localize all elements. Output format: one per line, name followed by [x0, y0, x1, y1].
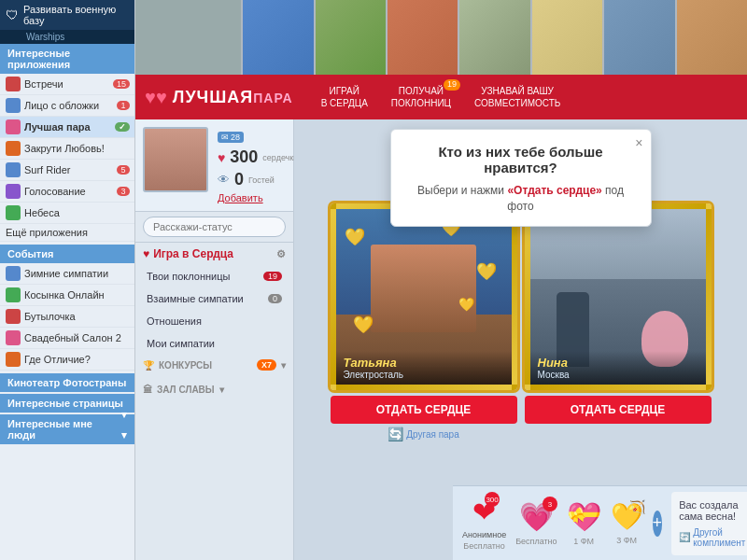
- cinema-title[interactable]: Кинотеатр Фотостраны: [0, 373, 134, 392]
- nina-city: Москва: [538, 370, 698, 380]
- nina-name: Нина: [538, 356, 698, 370]
- svad-icon: [6, 330, 21, 345]
- zakruti-icon: [6, 141, 21, 156]
- sidebar-item-golosovanie[interactable]: Голосование 3: [0, 181, 134, 203]
- game-menu-vzaimnye[interactable]: Взаимные симпатии 0: [135, 287, 293, 310]
- sidebar: 🛡 Развивать военную базу Warships Интере…: [0, 0, 135, 560]
- banner-photo-1[interactable]: [135, 0, 241, 75]
- compliment-badge-1: 3: [543, 497, 557, 511]
- profile-stats: ✉ 28 ♥ 300 сердечки 👁 0 Гостей Добавить: [218, 127, 298, 203]
- nav-item-play[interactable]: ИГРАЙ В СЕРДЦА: [321, 85, 368, 109]
- header-nav: ИГРАЙ В СЕРДЦА ПОЛУЧАЙ ПОКЛОННИЦ 19 УЗНА…: [321, 85, 561, 109]
- sidebar-item-butylochka[interactable]: Бутылочка: [0, 306, 134, 328]
- photo-frame-tatyana: 💛 💛 💛 💛 💛 Татьяна Электросталь: [331, 203, 517, 390]
- app-logo: ♥♥ ЛУЧШАЯПАРА: [145, 87, 293, 108]
- compliment-price-2: 1 ФМ: [573, 537, 594, 546]
- game-sub-label: Warships: [26, 32, 64, 42]
- banner-photo-3[interactable]: [316, 0, 386, 75]
- gde-icon: [6, 352, 21, 367]
- logo-hearts-icon: ♥♥: [145, 87, 167, 108]
- sidebar-item-nebesa[interactable]: Небеса: [0, 203, 134, 224]
- banner-photo-5[interactable]: [459, 0, 529, 75]
- game-menu-poklonnitsy[interactable]: Твои поклонницы 19: [135, 265, 293, 287]
- logo-text: ЛУЧШАЯПАРА: [173, 88, 293, 107]
- hearts-stat: ♥ 300 сердечки: [218, 147, 298, 167]
- surf-icon: [6, 162, 21, 177]
- compliment-message: Вас создала сама весна!: [679, 499, 745, 522]
- events-section-title: События: [0, 245, 134, 263]
- para-icon: [6, 119, 21, 134]
- people-title[interactable]: Интересные мне люди ▾: [0, 414, 134, 444]
- messages-badge[interactable]: ✉ 28: [218, 132, 244, 143]
- sidebar-item-kosynka[interactable]: Косынка Онлайн: [0, 285, 134, 306]
- compliment-item-1[interactable]: 💗 3 Бесплатно: [515, 500, 557, 546]
- banner-photo-2[interactable]: [243, 0, 313, 75]
- nebesa-icon: [6, 205, 21, 220]
- status-input[interactable]: [143, 217, 286, 237]
- sidebar-item-surf[interactable]: Surf Rider 5: [0, 160, 134, 181]
- game-menu-otnosheniya[interactable]: Отношения: [135, 310, 293, 332]
- photo-cards: 💛 💛 💛 💛 💛 Татьяна Электросталь: [294, 194, 747, 455]
- nav-item-compat[interactable]: УЗНАВАЙ ВАШУ СОВМЕСТИМОСТЬ: [474, 85, 560, 109]
- trophy-icon: 🏆: [143, 360, 154, 371]
- game-section-header[interactable]: ♥ Игра в Сердца ⚙: [135, 243, 293, 265]
- golos-icon: [6, 184, 21, 199]
- sidebar-item-gde[interactable]: Где Отличие?: [0, 349, 134, 371]
- compliment-price-3: 3 ФМ: [616, 536, 637, 545]
- sidebar-item-vstrechi[interactable]: Встречи 15: [0, 74, 134, 95]
- modal-close-button[interactable]: ×: [635, 135, 642, 150]
- modal-popup: × Кто из них тебе больше нравится? Выбер…: [390, 129, 652, 227]
- butyl-icon: [6, 309, 21, 324]
- views-stat: 👁 0 Гостей: [218, 170, 298, 189]
- pages-title[interactable]: Интересные страницы ▾: [0, 394, 134, 413]
- compliment-item-0[interactable]: ❤ 300 Анонимное Бесплатно: [462, 496, 506, 551]
- game-menu-moi-sim[interactable]: Мои симпатии: [135, 332, 293, 355]
- compliment-text-panel: Вас создала сама весна! 🔄 Другой комплим…: [671, 492, 747, 555]
- top-banner: [135, 0, 747, 75]
- compliments-bar: ❤ 300 Анонимное Бесплатно 💗 3 Бесплатно: [453, 485, 747, 560]
- tatyana-name: Татьяна: [344, 356, 504, 370]
- other-pair-link[interactable]: 🔄 Другая пара: [331, 427, 517, 441]
- game-section-hearts-icon: ♥: [143, 247, 149, 260]
- kosynka-icon: [6, 287, 21, 302]
- banner-photo-4[interactable]: [388, 0, 458, 75]
- compliment-icon-2: 💝: [567, 500, 601, 533]
- game-sub-item[interactable]: Warships: [0, 30, 134, 44]
- give-heart-btn-nina[interactable]: Отдать сердце: [525, 396, 712, 424]
- hall-section[interactable]: 🏛 ЗАЛ СЛАВЫ: [135, 380, 293, 399]
- banner-photo-7[interactable]: [604, 0, 674, 75]
- sidebar-item-cover[interactable]: Лицо с обложки 1: [0, 95, 134, 117]
- game-promo[interactable]: 🛡 Развивать военную базу: [0, 0, 134, 30]
- zimsim-icon: [6, 266, 21, 281]
- sidebar-item-zakruti[interactable]: Закрути Любовь!: [0, 138, 134, 160]
- apps-section-title: Интересные приложения: [0, 44, 134, 74]
- nav-item-fans[interactable]: ПОЛУЧАЙ ПОКЛОННИЦ 19: [391, 85, 451, 109]
- compliment-item-2[interactable]: 💝 1 ФМ: [567, 500, 601, 546]
- sidebar-item-luchshaya-para[interactable]: Лучшая пара ✓: [0, 117, 134, 138]
- banner-photo-6[interactable]: [532, 0, 602, 75]
- compliment-item-3[interactable]: 💛 🏹 3 ФМ: [611, 501, 643, 545]
- sidebar-item-svad[interactable]: Свадебный Салон 2: [0, 328, 134, 349]
- add-compliment-button[interactable]: +: [653, 511, 663, 537]
- photo-card-nina: Нина Москва Отдать сердце: [525, 203, 712, 446]
- compliment-icon-1: 💗 3: [519, 500, 554, 533]
- give-heart-btn-tatyana[interactable]: Отдать сердце: [331, 396, 517, 424]
- compliment-price-1: Бесплатно: [515, 537, 557, 546]
- left-panel: ✉ 28 ♥ 300 сердечки 👁 0 Гостей Добавить: [135, 119, 294, 560]
- game-menu: ♥ Игра в Сердца ⚙ Твои поклонницы 19 Вза…: [135, 243, 293, 560]
- add-link[interactable]: Добавить: [218, 192, 298, 203]
- game-promo-icon: 🛡: [6, 7, 19, 22]
- banner-photo-8[interactable]: [677, 0, 747, 75]
- sidebar-item-zimsim[interactable]: Зимние симпатии: [0, 263, 134, 285]
- hall-icon: 🏛: [143, 385, 152, 395]
- compliment-icon-3: 💛 🏹: [611, 501, 643, 532]
- heart-icon: ♥: [218, 150, 225, 165]
- gear-icon: ⚙: [276, 248, 286, 260]
- compliment-icon-0: ❤ 300: [472, 496, 496, 528]
- main-content: ♥♥ ЛУЧШАЯПАРА ИГРАЙ В СЕРДЦА ПОЛУЧАЙ ПОК…: [135, 75, 747, 560]
- sidebar-item-more-apps[interactable]: Ещё приложения: [0, 224, 134, 242]
- other-compliment-link[interactable]: 🔄 Другой комплимент: [679, 527, 745, 548]
- profile-photo[interactable]: [143, 127, 208, 192]
- contests-section[interactable]: 🏆 КОНКУРСЫ x7: [135, 355, 293, 375]
- tatyana-overlay: Татьяна Электросталь: [336, 351, 512, 385]
